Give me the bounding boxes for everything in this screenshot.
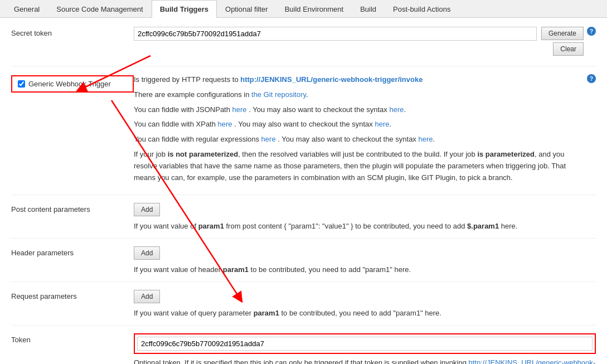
secret-token-row: Secret token Generate Clear ? <box>11 27 596 66</box>
tab-scm[interactable]: Source Code Management <box>48 0 151 18</box>
xpath-here2-link[interactable]: here <box>375 120 389 128</box>
header-params-row: Header parameters Add If you want value … <box>11 246 596 282</box>
request-params-add-button[interactable]: Add <box>134 290 160 303</box>
triggered-by-url[interactable]: http://JENKINS_URL/generic-webhook-trigg… <box>240 75 423 84</box>
example-config-text: There are example configurations in the … <box>134 89 584 101</box>
xpath-text: You can fiddle with XPath here . You may… <box>134 119 584 130</box>
request-params-field: Add If you want value of query parameter… <box>134 290 596 317</box>
jsonpath-text: You can fiddle with JSONPath here . You … <box>134 104 584 116</box>
token-row: Token Optional token. If it is specified… <box>11 333 596 364</box>
webhook-content: Is triggered by HTTP requests to http://… <box>134 74 584 187</box>
tab-general[interactable]: General <box>6 0 48 18</box>
header-params-field: Add If you want value of header param1 t… <box>134 246 596 274</box>
git-repo-link[interactable]: the Git repository <box>251 90 306 99</box>
webhook-checkbox-label: Generic Webhook Trigger <box>28 80 111 88</box>
webhook-checkbox[interactable] <box>18 80 25 88</box>
tab-build[interactable]: Build <box>352 0 385 18</box>
tab-post-build[interactable]: Post-build Actions <box>385 0 459 18</box>
secret-token-field-col: Generate Clear ? <box>134 27 596 58</box>
webhook-checkbox-container: Generic Webhook Trigger <box>11 75 134 93</box>
token-info-box: Optional token. If it is specified then … <box>134 357 596 364</box>
generate-button[interactable]: Generate <box>541 27 584 40</box>
request-params-info: If you want value of query parameter par… <box>134 309 596 317</box>
webhook-help-icon[interactable]: ? <box>587 74 596 83</box>
token-input[interactable] <box>137 337 593 351</box>
triggered-by-text: Is triggered by HTTP requests to http://… <box>134 74 584 86</box>
regex-here1-link[interactable]: here <box>261 135 276 143</box>
post-content-add-button[interactable]: Add <box>134 203 160 216</box>
tab-optional-filter[interactable]: Optional filter <box>217 0 276 18</box>
generic-webhook-section: Generic Webhook Trigger Is triggered by … <box>11 74 596 195</box>
secret-token-label: Secret token <box>11 27 134 37</box>
header-params-add-button[interactable]: Add <box>134 246 160 260</box>
jsonpath-here2-link[interactable]: here <box>389 105 404 114</box>
token-label: Token <box>11 333 134 344</box>
secret-token-input[interactable] <box>134 27 537 41</box>
xpath-here1-link[interactable]: here <box>218 120 232 128</box>
post-content-label: Post content parameters <box>11 203 134 213</box>
request-params-row: Request parameters Add If you want value… <box>11 290 596 326</box>
post-content-params-row: Post content parameters Add If you want … <box>11 203 596 239</box>
param-info-text: If your job is not parameterized, then t… <box>134 149 584 183</box>
post-content-field: Add If you want value of param1 from pos… <box>134 203 596 230</box>
post-content-info: If you want value of param1 from post co… <box>134 222 596 230</box>
secret-token-help-icon[interactable]: ? <box>587 27 596 36</box>
regex-text: You can fiddle with regular expressions … <box>134 134 584 145</box>
jsonpath-here1-link[interactable]: here <box>232 105 247 114</box>
tab-build-env[interactable]: Build Environment <box>276 0 352 18</box>
token-input-wrapper <box>134 333 596 354</box>
regex-here2-link[interactable]: here <box>418 135 433 143</box>
tabs-bar: General Source Code Management Build Tri… <box>0 0 607 18</box>
content-area: Secret token Generate Clear ? <box>0 18 607 364</box>
tab-build-triggers[interactable]: Build Triggers <box>152 0 217 18</box>
request-params-label: Request parameters <box>11 290 134 300</box>
header-params-label: Header parameters <box>11 246 134 257</box>
clear-button[interactable]: Clear <box>553 42 584 56</box>
webhook-checkbox-col: Generic Webhook Trigger <box>11 74 134 93</box>
token-field: Optional token. If it is specified then … <box>134 333 596 364</box>
header-params-info: If you want value of header param1 to be… <box>134 265 596 274</box>
